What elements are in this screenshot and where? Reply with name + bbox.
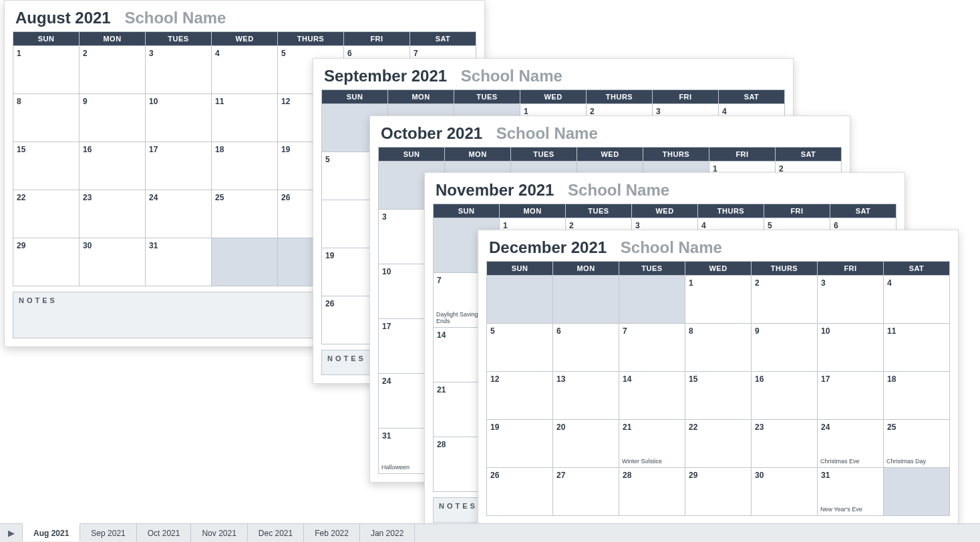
sheet-tabbar: ▶ Aug 2021 Sep 2021 Oct 2021 Nov 2021 De… xyxy=(0,523,980,542)
school-name: School Name xyxy=(124,9,226,27)
page-title: November 2021 School Name xyxy=(436,181,896,200)
sheet-tab[interactable]: Dec 2021 xyxy=(248,524,304,542)
event-label: New Year's Eve xyxy=(820,507,880,513)
page-title: October 2021 School Name xyxy=(381,124,842,143)
school-name: School Name xyxy=(568,181,669,199)
sheet-tab[interactable]: Oct 2021 xyxy=(137,524,192,542)
school-name: School Name xyxy=(461,67,562,85)
page-title: December 2021 School Name xyxy=(489,238,950,257)
school-name: School Name xyxy=(621,238,722,256)
event-label: Christmas Day xyxy=(886,459,947,465)
tab-nav-button[interactable]: ▶ xyxy=(0,524,23,542)
event-label: Christmas Eve xyxy=(820,459,880,465)
month-label: October 2021 xyxy=(381,124,482,142)
month-label: September 2021 xyxy=(324,67,447,85)
day-header-row: SUNMONTUESWEDTHURSFRISAT xyxy=(13,32,476,46)
page-title: August 2021 School Name xyxy=(15,9,476,27)
month-label: August 2021 xyxy=(15,9,111,27)
sheet-tab[interactable]: Nov 2021 xyxy=(191,524,247,542)
calendar-page-dec: December 2021 School Name SUNMONTUESWEDT… xyxy=(478,230,959,525)
sheet-tab[interactable]: Sep 2021 xyxy=(80,524,136,542)
month-label: November 2021 xyxy=(436,181,554,199)
event-label: Winter Solstice xyxy=(622,459,682,465)
sheet-tab[interactable]: Jan 2022 xyxy=(360,524,415,542)
calendar-grid: SUNMONTUESWEDTHURSFRISAT 1 2 3 4 5 6 7 8… xyxy=(486,261,950,516)
page-title: September 2021 School Name xyxy=(324,67,785,85)
sheet-tab[interactable]: Feb 2022 xyxy=(304,524,360,542)
month-label: December 2021 xyxy=(489,238,607,256)
school-name: School Name xyxy=(496,124,598,142)
sheet-tab[interactable]: Aug 2021 xyxy=(23,523,80,541)
